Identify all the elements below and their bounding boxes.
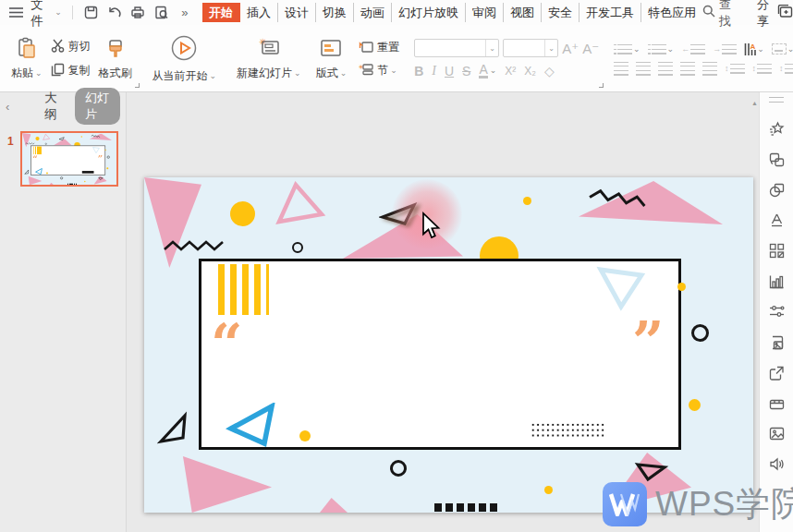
shape-yellow-circle-topleft[interactable] xyxy=(230,201,255,226)
shape-pink-triangle-topleft[interactable] xyxy=(144,177,201,268)
print-icon[interactable] xyxy=(129,4,146,22)
panel-drag-handle-icon[interactable] xyxy=(769,97,784,103)
chevron-down-icon[interactable]: ⌄ xyxy=(485,40,498,56)
distribute-text-icon[interactable] xyxy=(702,62,717,76)
shape-blue-triangle-outline[interactable] xyxy=(35,168,43,175)
underline-button[interactable]: U xyxy=(445,65,454,78)
file-menu[interactable]: 文件 ⌄ xyxy=(30,0,61,30)
increase-indent-icon[interactable]: → xyxy=(713,43,737,54)
more-commands-icon[interactable]: » xyxy=(177,4,193,22)
text-direction-icon[interactable]: A ⌄ xyxy=(744,42,764,56)
shape-black-triangle-outline-top[interactable] xyxy=(58,137,65,141)
shape-pink-triangle-outline[interactable] xyxy=(274,179,327,227)
tab-design[interactable]: 设计 xyxy=(278,3,316,22)
shape-zigzag-left[interactable] xyxy=(25,142,35,145)
hamburger-menu-icon[interactable] xyxy=(7,4,24,22)
tab-insert[interactable]: 插入 xyxy=(240,3,278,22)
shape-lightblue-triangle-outline[interactable] xyxy=(92,146,101,153)
comment-add-icon[interactable] xyxy=(777,5,793,21)
image-tools-icon[interactable] xyxy=(760,327,793,357)
shape-pink-triangle-outline[interactable] xyxy=(43,133,51,140)
shape-yellow-dot-inside[interactable] xyxy=(46,172,48,174)
shape-yellow-dot-right[interactable] xyxy=(689,399,701,411)
close-quote-mark[interactable]: ” xyxy=(98,154,103,163)
numbered-list-icon[interactable]: ⌄ xyxy=(648,43,675,54)
shape-pink-triangle-bottomcenter[interactable] xyxy=(49,183,54,185)
scroll-up-icon[interactable]: ▲ xyxy=(751,100,758,106)
shape-yellow-dot-on-border[interactable] xyxy=(677,283,686,291)
copy-button[interactable]: 复制 xyxy=(51,63,91,79)
shape-transfer-icon[interactable] xyxy=(760,144,793,175)
shape-blue-triangle-outline[interactable] xyxy=(226,403,277,449)
layout-grid-icon[interactable] xyxy=(760,236,793,266)
font-color-button[interactable]: A xyxy=(479,63,487,79)
shape-pink-triangle-bottomleft[interactable] xyxy=(28,176,42,185)
tab-view[interactable]: 视图 xyxy=(504,3,542,22)
shape-black-ring-small[interactable] xyxy=(45,143,47,145)
shape-yellow-dot-top[interactable] xyxy=(523,197,531,205)
wordart-icon[interactable] xyxy=(760,205,793,236)
shape-black-ring-bottom[interactable] xyxy=(390,460,407,477)
bold-button[interactable]: B xyxy=(414,65,423,78)
align-center-icon[interactable] xyxy=(636,62,651,76)
font-size-combobox[interactable]: ⌄ xyxy=(503,39,558,57)
section-button[interactable]: ✳ 节⌄ xyxy=(359,63,399,79)
superscript-button[interactable]: X² xyxy=(505,66,516,77)
layout-button[interactable]: 版式⌄ xyxy=(313,36,350,82)
shape-dot-grid[interactable] xyxy=(82,171,94,174)
play-from-current-button[interactable]: 从当前开始⌄ xyxy=(150,33,220,85)
space-before-icon[interactable]: ↕ xyxy=(752,63,773,74)
line-spacing-icon[interactable]: ↕ xyxy=(725,63,745,74)
shape-zigzag-left[interactable] xyxy=(163,236,229,253)
tab-slides[interactable]: 幻灯片 xyxy=(75,88,120,125)
shape-yellow-circle-topleft[interactable] xyxy=(35,137,39,140)
thumbnail-slide-preview[interactable]: “ ” xyxy=(22,133,116,185)
shape-yellow-dot-bottom[interactable] xyxy=(544,486,553,494)
shape-lightblue-triangle-outline[interactable] xyxy=(595,262,647,312)
tab-slideshow[interactable]: 幻灯片放映 xyxy=(392,3,466,22)
collapse-panel-icon[interactable]: ‹ xyxy=(6,100,9,114)
shape-dash-row[interactable] xyxy=(434,503,501,512)
tab-special-apps[interactable]: 特色应用 xyxy=(641,3,702,22)
open-quote-mark[interactable]: “ xyxy=(32,154,37,163)
shape-yellow-dot-bottom[interactable] xyxy=(84,181,85,182)
align-left-icon[interactable] xyxy=(614,62,628,76)
export-share-icon[interactable] xyxy=(760,357,793,388)
shape-dot-grid[interactable] xyxy=(531,422,606,438)
shape-yellow-dot-on-border[interactable] xyxy=(104,150,105,151)
save-icon[interactable] xyxy=(83,4,100,22)
textbox-style-icon[interactable]: ⌄ xyxy=(772,43,793,54)
shape-yellow-dot-inside[interactable] xyxy=(299,430,311,441)
shape-black-ring-small[interactable] xyxy=(292,242,303,253)
shape-black-triangle-outline-left[interactable] xyxy=(157,410,190,447)
picture-icon[interactable] xyxy=(760,418,793,449)
strikethrough-button[interactable]: S xyxy=(462,65,470,78)
tab-animation[interactable]: 动画 xyxy=(354,3,392,22)
justify-icon[interactable] xyxy=(680,62,695,76)
shape-pink-triangle-bottomleft[interactable] xyxy=(181,456,272,513)
undo-icon[interactable] xyxy=(106,4,123,22)
italic-button[interactable]: I xyxy=(432,65,436,78)
bullet-list-icon[interactable]: ⌄ xyxy=(614,43,640,54)
shape-black-triangle-outline-bottomright[interactable] xyxy=(632,456,669,482)
share-button[interactable]: 分享 xyxy=(757,0,769,30)
cut-button[interactable]: 剪切 xyxy=(51,39,91,55)
decrease-indent-icon[interactable]: ← xyxy=(681,43,705,54)
font-name-combobox[interactable]: ⌄ xyxy=(414,39,499,57)
effects-star-icon[interactable] xyxy=(760,114,793,144)
decrease-font-button[interactable]: A⁻ xyxy=(582,42,599,55)
shape-yellow-bars[interactable] xyxy=(218,264,269,315)
subscript-button[interactable]: X₂ xyxy=(524,66,536,77)
shape-yellow-dot-top[interactable] xyxy=(81,136,82,137)
reset-button[interactable]: 重置 xyxy=(359,40,399,55)
paste-button[interactable]: 粘贴⌄ xyxy=(8,36,45,82)
align-right-icon[interactable] xyxy=(658,62,673,76)
chart-icon[interactable] xyxy=(760,266,793,296)
shape-yellow-dot-right[interactable] xyxy=(106,167,108,169)
dialog-launcher[interactable] xyxy=(599,83,604,88)
shape-black-triangle-outline-bottomright[interactable] xyxy=(98,176,104,180)
tab-home[interactable]: 开始 xyxy=(202,3,240,22)
settings-sliders-icon[interactable] xyxy=(760,296,793,327)
audio-icon[interactable] xyxy=(760,449,793,479)
print-preview-icon[interactable] xyxy=(152,4,169,22)
